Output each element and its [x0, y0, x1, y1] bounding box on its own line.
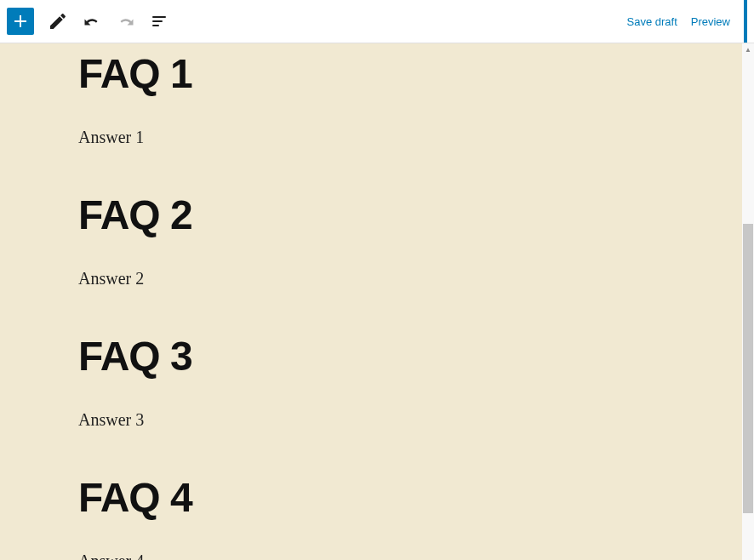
editor-canvas[interactable]: FAQ 1 Answer 1 FAQ 2 Answer 2 FAQ 3 Answ…	[0, 43, 754, 560]
add-block-button[interactable]	[7, 8, 34, 35]
toolbar-right: Save draft Preview	[626, 0, 754, 43]
faq-block[interactable]: FAQ 4 Answer 4	[78, 474, 754, 560]
faq-block[interactable]: FAQ 1 Answer 1	[78, 50, 754, 147]
faq-answer[interactable]: Answer 1	[78, 128, 754, 147]
faq-heading[interactable]: FAQ 4	[78, 474, 754, 521]
edit-mode-button[interactable]	[43, 6, 73, 37]
editor-toolbar: Save draft Preview	[0, 0, 754, 43]
save-draft-button[interactable]: Save draft	[626, 15, 677, 28]
faq-heading[interactable]: FAQ 2	[78, 191, 754, 238]
pencil-icon	[48, 11, 68, 31]
undo-button[interactable]	[77, 6, 107, 37]
list-icon	[150, 11, 170, 31]
faq-answer[interactable]: Answer 2	[78, 269, 754, 289]
faq-answer[interactable]: Answer 3	[78, 410, 754, 430]
redo-button[interactable]	[111, 6, 141, 37]
scrollbar-track[interactable]: ▲	[742, 43, 754, 560]
redo-icon	[116, 11, 136, 31]
post-content: FAQ 1 Answer 1 FAQ 2 Answer 2 FAQ 3 Answ…	[0, 43, 754, 560]
editor-app: Save draft Preview FAQ 1 Answer 1 FAQ 2 …	[0, 0, 754, 560]
faq-block[interactable]: FAQ 2 Answer 2	[78, 191, 754, 289]
undo-icon	[82, 11, 102, 31]
faq-heading[interactable]: FAQ 1	[78, 50, 754, 97]
faq-block[interactable]: FAQ 3 Answer 3	[78, 333, 754, 430]
toolbar-left	[7, 6, 175, 37]
preview-button[interactable]: Preview	[691, 15, 730, 28]
scrollbar-thumb[interactable]	[743, 224, 753, 513]
publish-button-edge[interactable]	[744, 0, 747, 43]
faq-heading[interactable]: FAQ 3	[78, 333, 754, 380]
scrollbar-up-arrow[interactable]: ▲	[742, 43, 754, 55]
plus-icon	[10, 11, 31, 31]
document-overview-button[interactable]	[145, 6, 175, 37]
faq-answer[interactable]: Answer 4	[78, 551, 754, 560]
